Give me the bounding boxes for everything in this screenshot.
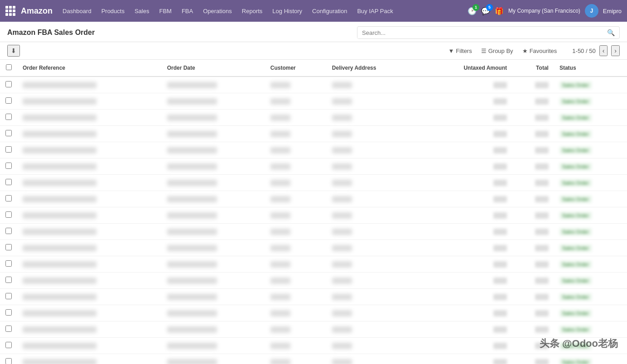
messages-icon-btn[interactable]: 💬 5	[481, 7, 490, 15]
row-checkbox[interactable]	[5, 277, 12, 283]
row-checkbox[interactable]	[5, 260, 12, 267]
row-checkbox[interactable]	[5, 146, 12, 153]
nav-item-products[interactable]: Products	[97, 5, 129, 17]
order-date-cell: 01/01/2022 18:27:30	[162, 338, 265, 354]
table-row[interactable]: FBA-AMAZONTEST-00001-2301/01/2022 18:27:…	[0, 256, 627, 273]
nav-item-reports[interactable]: Reports	[237, 5, 267, 17]
company-selector[interactable]: My Company (San Francisco)	[508, 8, 580, 14]
group-by-button[interactable]: ☰ Group By	[478, 46, 516, 56]
table-row[interactable]: FBA-AMAZONTEST-00001-2801/01/2022 18:27:…	[0, 338, 627, 354]
row-checkbox-cell[interactable]	[0, 158, 17, 175]
table-row[interactable]: FBA-AMAZONTEST-00001-2501/01/2022 18:27:…	[0, 289, 627, 305]
untaxed-cell: 14.00	[420, 77, 512, 93]
pagination-next[interactable]: ›	[611, 45, 620, 56]
nav-item-dashboard[interactable]: Dashboard	[58, 5, 96, 17]
nav-item-buy-iap[interactable]: Buy IAP Pack	[352, 5, 397, 17]
table-row[interactable]: FBA-AMAZONTEST-00001-2401/01/2022 18:27:…	[0, 273, 627, 289]
row-checkbox[interactable]	[5, 81, 12, 87]
select-all-header[interactable]	[0, 60, 17, 77]
table-row[interactable]: FBA-AMAZONTEST-00001-1501/01/2022 12:22:…	[0, 126, 627, 142]
row-checkbox-cell[interactable]	[0, 207, 17, 224]
table-row[interactable]: FBA-AMAZONTEST-00001-1201/01/2022 12:22:…	[0, 77, 627, 93]
row-checkbox-cell[interactable]	[0, 273, 17, 289]
row-checkbox-cell[interactable]	[0, 256, 17, 273]
gift-icon-btn[interactable]: 🎁	[495, 7, 504, 15]
row-checkbox-cell[interactable]	[0, 175, 17, 191]
row-checkbox-cell[interactable]	[0, 240, 17, 256]
row-checkbox[interactable]	[5, 114, 12, 120]
table-row[interactable]: FBA-AMAZONTEST-00001-2901/01/2022 18:27:…	[0, 354, 627, 364]
nav-items: DashboardProductsSalesFBMFBAOperationsRe…	[58, 5, 466, 17]
col-order-date[interactable]: Order Date	[162, 60, 265, 77]
row-checkbox[interactable]	[5, 211, 12, 218]
row-checkbox-cell[interactable]	[0, 126, 17, 142]
app-brand[interactable]: Amazon	[21, 6, 53, 16]
col-delivery-addr[interactable]: Delivery Address	[327, 60, 420, 77]
row-checkbox[interactable]	[5, 228, 12, 234]
row-checkbox-cell[interactable]	[0, 305, 17, 321]
table-row[interactable]: FBA-AMAZONTEST-00001-1601/01/2022 12:22:…	[0, 142, 627, 158]
nav-item-fba[interactable]: FBA	[177, 5, 198, 17]
nav-item-fbm[interactable]: FBM	[154, 5, 176, 17]
table-row[interactable]: FBA-AMAZONTEST-00001-1701/01/2022 12:22:…	[0, 158, 627, 175]
delivery-cell: Amazon	[327, 207, 420, 224]
row-checkbox[interactable]	[5, 244, 12, 250]
row-checkbox-cell[interactable]	[0, 224, 17, 240]
row-checkbox-cell[interactable]	[0, 289, 17, 305]
col-order-ref[interactable]: Order Reference	[17, 60, 162, 77]
row-checkbox-cell[interactable]	[0, 93, 17, 110]
download-button[interactable]: ⬇	[7, 45, 20, 57]
row-checkbox[interactable]	[5, 358, 12, 364]
customer-cell: Amazon	[265, 142, 327, 158]
select-all-checkbox[interactable]	[6, 64, 12, 70]
search-input[interactable]	[357, 27, 603, 38]
row-checkbox-cell[interactable]	[0, 354, 17, 364]
favourites-button[interactable]: ★ Favourites	[520, 46, 560, 56]
row-checkbox-cell[interactable]	[0, 321, 17, 338]
row-checkbox[interactable]	[5, 97, 12, 104]
customer-cell: Amazon	[265, 224, 327, 240]
col-total[interactable]: Total	[512, 60, 554, 77]
nav-item-sales[interactable]: Sales	[130, 5, 154, 17]
nav-item-log-history[interactable]: Log History	[268, 5, 307, 17]
table-row[interactable]: FBA-AMAZONTEST-00001-2101/01/2022 18:27:…	[0, 224, 627, 240]
table-row[interactable]: FBA-AMAZONTEST-00001-1301/01/2022 12:22:…	[0, 93, 627, 110]
filters-button[interactable]: ▼ Filters	[445, 46, 474, 56]
search-button[interactable]: 🔍	[603, 27, 619, 38]
row-checkbox[interactable]	[5, 130, 12, 136]
total-cell: 14.00	[512, 142, 554, 158]
table-row[interactable]: FBA-AMAZONTEST-00001-2001/01/2022 18:27:…	[0, 207, 627, 224]
grid-menu-icon[interactable]	[5, 6, 15, 16]
row-checkbox-cell[interactable]	[0, 110, 17, 126]
row-checkbox[interactable]	[5, 326, 12, 332]
order-ref-cell: FBA-AMAZONTEST-00001-24	[17, 273, 162, 289]
content-header: Amazon FBA Sales Order 🔍	[0, 22, 627, 42]
row-checkbox[interactable]	[5, 309, 12, 316]
order-date-cell: 01/01/2022 18:27:30	[162, 240, 265, 256]
col-customer[interactable]: Customer	[265, 60, 327, 77]
nav-item-configuration[interactable]: Configuration	[308, 5, 352, 17]
row-checkbox[interactable]	[5, 293, 12, 299]
table-row[interactable]: FBA-AMAZONTEST-00001-2701/01/2022 18:27:…	[0, 321, 627, 338]
activity-icon-btn[interactable]: 🕑 1	[468, 7, 477, 15]
row-checkbox[interactable]	[5, 342, 12, 348]
row-checkbox[interactable]	[5, 195, 12, 201]
table-row[interactable]: FBA-AMAZONTEST-00001-1401/01/2022 12:22:…	[0, 110, 627, 126]
row-checkbox[interactable]	[5, 179, 12, 185]
row-checkbox-cell[interactable]	[0, 191, 17, 207]
group-icon: ☰	[481, 48, 487, 54]
user-name[interactable]: Emipro	[603, 8, 622, 14]
row-checkbox[interactable]	[5, 163, 12, 169]
table-row[interactable]: FBA-AMAZONTEST-00001-1901/01/2022 18:27:…	[0, 191, 627, 207]
pagination-prev[interactable]: ‹	[599, 45, 608, 56]
table-row[interactable]: FBA-AMAZONTEST-00001-2601/01/2022 18:27:…	[0, 305, 627, 321]
row-checkbox-cell[interactable]	[0, 77, 17, 93]
user-avatar[interactable]: J	[585, 4, 598, 18]
row-checkbox-cell[interactable]	[0, 338, 17, 354]
table-row[interactable]: FBA-AMAZONTEST-00001-1801/01/2022 18:27:…	[0, 175, 627, 191]
row-checkbox-cell[interactable]	[0, 142, 17, 158]
col-untaxed[interactable]: Untaxed Amount	[420, 60, 512, 77]
nav-item-operations[interactable]: Operations	[198, 5, 236, 17]
col-status[interactable]: Status	[554, 60, 627, 77]
table-row[interactable]: FBA-AMAZONTEST-00001-2201/01/2022 18:27:…	[0, 240, 627, 256]
